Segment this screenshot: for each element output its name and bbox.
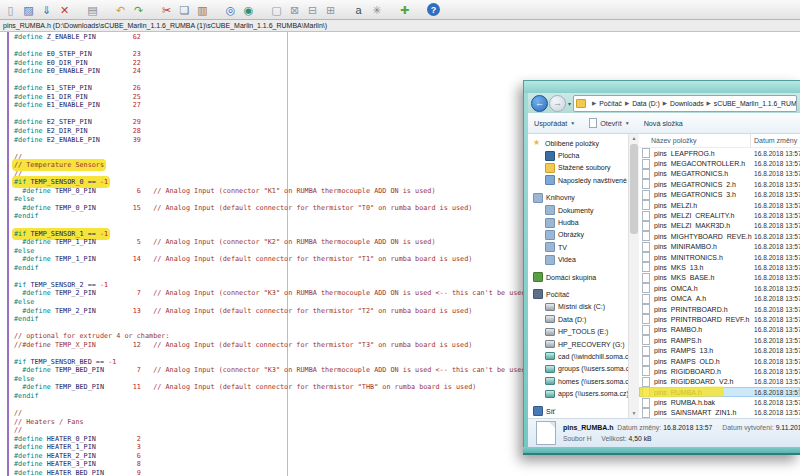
file-row[interactable]: pins_RAMPS.h16.8.2018 13:57	[639, 335, 800, 345]
netdrive-icon	[545, 377, 555, 385]
editor-tab-title[interactable]: pins_RUMBA.h (D:\Downloads\sCUBE_Marlin_…	[0, 22, 327, 29]
breadcrumb-segment[interactable]: Počítač	[599, 100, 622, 107]
file-row[interactable]: pins_MKS_13.h16.8.2018 13:57	[639, 262, 800, 272]
sidebar-item-hudba[interactable]: Hudba	[528, 216, 628, 228]
split-vertical-icon[interactable]: ⊞	[322, 2, 339, 18]
paste-icon[interactable]: ▥	[194, 2, 211, 18]
copy-icon[interactable]: ❏	[176, 2, 193, 18]
sidebar-item-hp-recovery-g-[interactable]: HP_RECOVERY (G:)	[528, 338, 628, 350]
file-row[interactable]: pins_MEGATRONICS_2.h16.8.2018 13:57	[639, 179, 800, 189]
redo-icon[interactable]: ↷	[130, 2, 147, 18]
file-row[interactable]: pins_OMCA_A.h16.8.2018 13:57	[639, 293, 800, 303]
organize-button[interactable]: Uspořádat▼	[534, 119, 575, 128]
code-line[interactable]: #define HEATER_3_PIN 8	[14, 460, 624, 469]
sidebar-item-homes-users-soma-cz-[interactable]: homes (\\users.soma.cz)	[528, 375, 628, 387]
file-row[interactable]: pins_MELZI.h16.8.2018 13:57	[639, 200, 800, 210]
sidebar-item-plocha[interactable]: Plocha	[528, 149, 628, 161]
column-date[interactable]: Datum změny	[751, 137, 800, 144]
sidebar-item-sta-en-soubory[interactable]: Stažené soubory	[528, 162, 628, 174]
sidebar-item-obr-zky[interactable]: Obrázky	[528, 229, 628, 241]
close-file-icon[interactable]: ✕	[56, 2, 73, 18]
sidebar-item-cad-windchill-soma-cz-[interactable]: cad (\\windchill.soma.cz)	[528, 350, 628, 362]
file-row[interactable]: pins_MEGATRONICS_3.h16.8.2018 13:57	[639, 190, 800, 200]
split-horizontal-icon[interactable]: ⊟	[304, 2, 321, 18]
find-icon[interactable]: ◎	[222, 2, 239, 18]
file-row[interactable]: pins_RIGIDBOARD.h16.8.2018 13:57	[639, 366, 800, 376]
library-icon	[545, 218, 555, 228]
file-row[interactable]: pins_MINITRONICS.h16.8.2018 13:57	[639, 252, 800, 262]
new-window-icon[interactable]: ▢	[268, 2, 285, 18]
file-row[interactable]: pins_RAMPS_OLD.h16.8.2018 13:57	[639, 356, 800, 366]
plugins-icon[interactable]: ✚	[396, 2, 413, 18]
file-row[interactable]: pins_PRINTRBOARD.h16.8.2018 13:57	[639, 304, 800, 314]
open-button[interactable]: Otevřít▼	[589, 118, 630, 128]
navigation-pane[interactable]: ★Oblíbené položkyPlochaStažené souboryNa…	[528, 134, 628, 418]
code-line[interactable]: #define E0_ENABLE_PIN 24	[14, 67, 624, 76]
sidebar-item-m-stn-disk-c-[interactable]: Místní disk (C:)	[528, 301, 628, 313]
new-folder-button[interactable]: Nová složka	[644, 119, 683, 128]
code-line[interactable]	[14, 42, 624, 51]
scroll-down-icon[interactable]: ▼	[629, 409, 639, 418]
file-row[interactable]: pins_MKS_BASE.h16.8.2018 13:57	[639, 273, 800, 283]
file-row[interactable]: pins_MIGHTYBOARD_REVE.h16.8.2018 13:57	[639, 231, 800, 241]
help-icon[interactable]: ?	[427, 3, 440, 16]
sidebar-item-hp-tools-e-[interactable]: HP_TOOLS (E:)	[528, 325, 628, 337]
text-search-icon[interactable]: a	[350, 2, 367, 18]
file-icon	[642, 242, 650, 252]
file-row[interactable]: pins_LEAPFROG.h16.8.2018 13:57	[639, 148, 800, 158]
sidebar-item-tv[interactable]: TV	[528, 241, 628, 253]
breadcrumb-segment[interactable]: Downloads	[670, 100, 704, 107]
sidebar-item-groups-users-soma-cz-[interactable]: groups (\\users.soma.cz)	[528, 363, 628, 375]
file-row[interactable]: pins_MINIRAMBO.h16.8.2018 13:57	[639, 242, 800, 252]
file-row[interactable]: pins_MELZI_MAKR3D.h16.8.2018 13:57	[639, 221, 800, 231]
sidebar-group-po-ta-[interactable]: Počítač	[528, 288, 628, 300]
save-file-icon[interactable]: ⇓	[38, 2, 55, 18]
file-row[interactable]: pins_MEGATRONICS.h16.8.2018 13:57	[639, 169, 800, 179]
sidebar-group-s-[interactable]: Síť	[528, 405, 628, 417]
back-button[interactable]: ←	[531, 95, 548, 112]
history-dropdown-icon[interactable]: ▾	[568, 100, 571, 107]
undo-icon[interactable]: ↶	[112, 2, 129, 18]
sidebar-item-naposledy-nav-t-ven-[interactable]: Naposledy navštívené	[528, 174, 628, 186]
sidebar-item-dokumenty[interactable]: Dokumenty	[528, 204, 628, 216]
file-name: pins_PRINTRBOARD.h	[654, 306, 754, 313]
file-row[interactable]: pins_RUMBA.h.bak16.8.2018 13:57	[639, 397, 800, 407]
tools-icon[interactable]: ✳	[368, 2, 385, 18]
breadcrumb-segment[interactable]: Data (D:)	[632, 100, 660, 107]
file-row[interactable]: pins_RIGIDBOARD_V2.h16.8.2018 13:57	[639, 377, 800, 387]
forward-button[interactable]: →	[549, 95, 566, 112]
file-row[interactable]: pins_RAMBO.h16.8.2018 13:57	[639, 325, 800, 335]
scroll-up-icon[interactable]: ▲	[629, 134, 639, 143]
file-row[interactable]: pins_SAINSMART_ZIN1.h16.8.2018 13:57	[639, 408, 800, 418]
sidebar-group-knihovny[interactable]: Knihovny	[528, 192, 628, 204]
file-row[interactable]: pins_OMCA.h16.8.2018 13:57	[639, 283, 800, 293]
file-row[interactable]: pins_MEGACONTROLLER.h16.8.2018 13:57	[639, 158, 800, 168]
file-row[interactable]: pins_RUMBA.h16.8.2018 13:57	[639, 387, 800, 397]
find-in-files-icon[interactable]: ◉	[240, 2, 257, 18]
explorer-window[interactable]: ← → ▾ ▶Počítač▶Data (D:)▶Downloads▶sCUBE…	[523, 80, 800, 455]
print-icon[interactable]: ▤	[84, 2, 101, 18]
sidebar-item-data-d-[interactable]: Data (D:)	[528, 313, 628, 325]
close-window-icon[interactable]: ⊠	[286, 2, 303, 18]
explorer-titlebar[interactable]	[523, 80, 800, 94]
column-name[interactable]: Název položky	[639, 134, 751, 147]
code-line[interactable]: #define E0_DIR_PIN 22	[14, 59, 624, 68]
sidebar-item-videa[interactable]: Videa	[528, 254, 628, 266]
file-row[interactable]: pins_RAMPS_13.h16.8.2018 13:57	[639, 345, 800, 355]
code-line[interactable]: #define E0_STEP_PIN 23	[14, 50, 624, 59]
sidebar-group-obl-ben-polo-ky[interactable]: ★Oblíbené položky	[528, 137, 628, 149]
file-row[interactable]: pins_PRINTRBOARD_REVF.h16.8.2018 13:57	[639, 314, 800, 324]
new-file-icon[interactable]: ▯	[2, 2, 19, 18]
navigation-scrollbar[interactable]: ▲ ▼	[628, 134, 639, 418]
sidebar-group-dom-c-skupina[interactable]: Domácí skupina	[528, 271, 628, 283]
scrollbar-thumb[interactable]	[630, 144, 638, 234]
sidebar-item-apps-users-soma-cz-z[interactable]: apps (\\users.soma.cz) (Z	[528, 387, 628, 399]
breadcrumb-segment[interactable]: sCUBE_Marlin_1.1.6_RUMBA (1)	[714, 100, 797, 107]
breadcrumb[interactable]: ▶Počítač▶Data (D:)▶Downloads▶sCUBE_Marli…	[573, 95, 797, 112]
file-row[interactable]: pins_MELZI_CREALITY.h16.8.2018 13:57	[639, 210, 800, 220]
cut-icon[interactable]: ✂	[158, 2, 175, 18]
file-date: 16.8.2018 13:57	[754, 160, 800, 167]
code-line[interactable]: #define Z_ENABLE_PIN 62	[14, 33, 624, 42]
code-line[interactable]: #define HEATER_BED_PIN 9	[14, 469, 624, 476]
open-file-icon[interactable]: ▨	[20, 2, 37, 18]
